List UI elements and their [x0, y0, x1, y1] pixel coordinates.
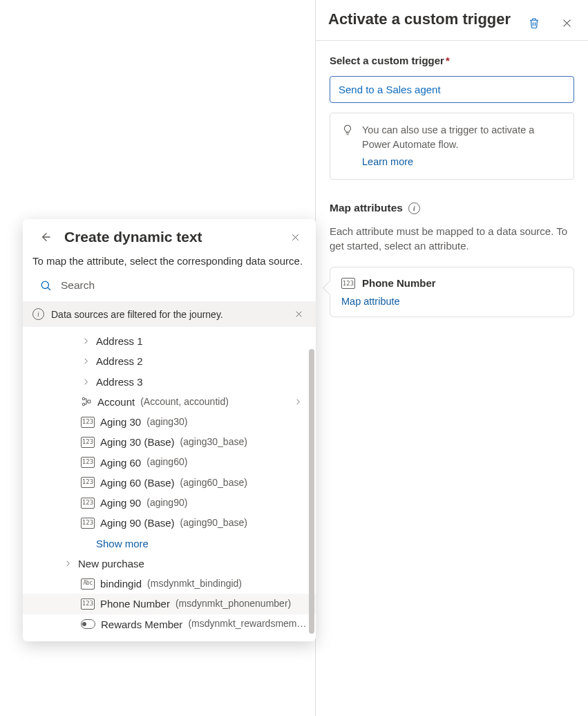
tree-item-aging30[interactable]: 123 Aging 30 (aging30)	[23, 412, 316, 432]
number-type-icon: 123	[81, 498, 95, 509]
relationship-icon	[81, 396, 92, 407]
banner-close-icon[interactable]	[292, 307, 306, 321]
info-icon: i	[32, 308, 44, 320]
svg-point-1	[82, 398, 84, 400]
number-type-icon: 123	[341, 278, 355, 289]
info-tip: You can also use a trigger to activate a…	[330, 113, 574, 180]
scrollbar-thumb[interactable]	[309, 349, 314, 634]
svg-point-0	[41, 281, 48, 288]
data-source-tree: Address 1 Address 2 Address 3	[23, 327, 316, 641]
attribute-name: Phone Number	[362, 277, 436, 289]
map-attributes-sub: Each attribute must be mapped to a data …	[330, 224, 574, 253]
chevron-right-icon	[81, 337, 91, 345]
panel-header: Activate a custom trigger	[316, 0, 588, 41]
tip-text: You can also use a trigger to activate a…	[362, 124, 534, 150]
activate-trigger-panel: Activate a custom trigger Select a custo…	[315, 0, 588, 716]
tree-item-aging60base[interactable]: 123 Aging 60 (Base) (aging60_base)	[23, 473, 316, 493]
tree-item-rewards-member[interactable]: Rewards Member (msdynmkt_rewardsmem…	[23, 614, 316, 634]
attribute-card[interactable]: 123 Phone Number Map attribute	[330, 267, 574, 317]
tree-item-address1[interactable]: Address 1	[23, 331, 316, 351]
search-input[interactable]	[61, 276, 303, 294]
popover-title: Create dynamic text	[64, 229, 278, 245]
info-icon[interactable]: i	[408, 202, 420, 214]
number-type-icon: 123	[81, 457, 95, 468]
tree-item-address2[interactable]: Address 2	[23, 351, 316, 371]
show-more-link[interactable]: Show more	[23, 534, 316, 554]
tree-item-aging90base[interactable]: 123 Aging 90 (Base) (aging90_base)	[23, 513, 316, 533]
tree-item-new-purchase[interactable]: New purchase	[23, 554, 316, 574]
number-type-icon: 123	[81, 518, 95, 529]
boolean-type-icon	[81, 619, 95, 629]
back-icon[interactable]	[35, 227, 55, 247]
chevron-right-icon	[294, 398, 307, 406]
close-icon[interactable]	[558, 15, 576, 32]
banner-text: Data sources are filtered for the journe…	[51, 309, 223, 320]
tree-item-account[interactable]: Account (Account, accountid)	[23, 392, 316, 412]
popover-close-icon[interactable]	[287, 229, 303, 245]
tree-item-phone-number[interactable]: 123 Phone Number (msdynmkt_phonenumber)	[23, 594, 316, 614]
number-type-icon: 123	[81, 599, 95, 610]
popover-header: Create dynamic text	[23, 219, 316, 251]
delete-icon[interactable]	[525, 14, 543, 32]
chevron-right-icon	[81, 378, 91, 386]
number-type-icon: 123	[81, 477, 95, 488]
tree-item-aging30base[interactable]: 123 Aging 30 (Base) (aging30_base)	[23, 432, 316, 452]
map-attributes-heading: Map attributes i	[330, 202, 574, 214]
lightbulb-icon	[341, 124, 354, 169]
svg-rect-3	[88, 400, 91, 403]
tree-item-address3[interactable]: Address 3	[23, 372, 316, 392]
popover-sub: To map the attribute, select the corresp…	[23, 251, 316, 276]
svg-point-2	[82, 404, 84, 406]
select-trigger-label: Select a custom trigger*	[330, 55, 574, 66]
chevron-right-icon	[81, 357, 91, 365]
number-type-icon: 123	[81, 437, 95, 448]
tree-item-bindingid[interactable]: Abc bindingid (msdynmkt_bindingid)	[23, 574, 316, 594]
number-type-icon: 123	[81, 417, 95, 428]
chevron-right-icon	[63, 560, 73, 567]
dynamic-text-popover: Create dynamic text To map the attribute…	[23, 219, 316, 641]
learn-more-link[interactable]: Learn more	[362, 155, 413, 169]
map-attribute-link[interactable]: Map attribute	[341, 296, 562, 307]
search-bar[interactable]	[23, 276, 316, 301]
tree-item-aging90[interactable]: 123 Aging 90 (aging90)	[23, 493, 316, 513]
custom-trigger-select[interactable]: Send to a Sales agent	[330, 76, 574, 103]
tree-item-aging60[interactable]: 123 Aging 60 (aging60)	[23, 453, 316, 473]
search-icon	[39, 279, 53, 292]
text-type-icon: Abc	[81, 578, 95, 590]
filter-banner: i Data sources are filtered for the jour…	[23, 301, 316, 327]
panel-title: Activate a custom trigger	[328, 10, 525, 30]
